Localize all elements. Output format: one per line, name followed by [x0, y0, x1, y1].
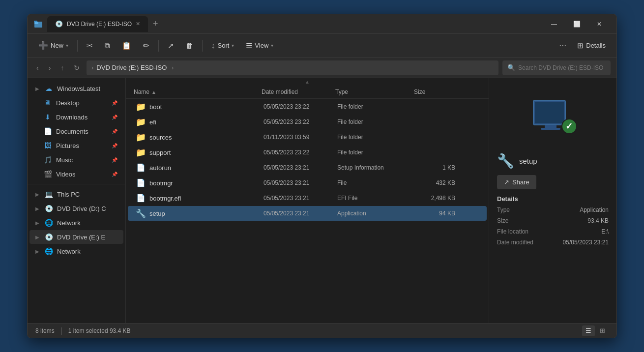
share-icon: ↗	[168, 41, 174, 50]
sidebar-item-network-1[interactable]: ▶ 🌐 Network	[29, 216, 123, 230]
details-toggle-button[interactable]: ⊞ Details	[572, 39, 611, 53]
forward-button[interactable]: ›	[46, 62, 54, 74]
file-title-text: setup	[519, 157, 537, 165]
maximize-button[interactable]: ⬜	[565, 14, 588, 34]
view-button[interactable]: ☰ View ▾	[241, 37, 278, 54]
file-type: File folder	[337, 103, 416, 110]
dvd-e-icon: 💿	[44, 233, 53, 241]
active-tab[interactable]: 💿 DVD Drive (E:) ESD-ISO ✕	[47, 16, 148, 32]
sort-button[interactable]: ↕ Sort ▾	[206, 37, 239, 54]
status-bar: 8 items | 1 item selected 93.4 KB ☰ ⊞	[28, 323, 616, 338]
title-bar: 💿 DVD Drive (E:) ESD-ISO ✕ + — ⬜ ✕	[28, 14, 616, 34]
tab-close-button[interactable]: ✕	[136, 21, 140, 27]
sidebar-item-music[interactable]: 🎵 Music 📌	[29, 153, 123, 167]
search-box[interactable]: 🔍	[502, 60, 611, 75]
table-row[interactable]: 📁 efi 05/05/2023 23:22 File folder	[128, 115, 487, 129]
breadcrumb-area[interactable]: › DVD Drive (E:) ESD-ISO ›	[87, 60, 498, 75]
back-button[interactable]: ‹	[33, 62, 42, 74]
share-button[interactable]: ↗ Share	[497, 175, 536, 189]
up-button[interactable]: ↑	[58, 62, 67, 74]
rename-button[interactable]: ✏	[138, 37, 154, 54]
sidebar-item-this-pc[interactable]: ▶ 💻 This PC	[29, 187, 123, 201]
column-date[interactable]: Date modified	[262, 88, 335, 95]
sidebar-item-desktop[interactable]: 🖥 Desktop 📌	[29, 96, 123, 110]
table-row[interactable]: 📁 sources 01/11/2023 03:59 File folder	[128, 130, 487, 145]
table-row[interactable]: 📄 bootmgr 05/05/2023 23:21 File 432 KB	[128, 176, 487, 190]
new-tab-button[interactable]: +	[150, 19, 161, 29]
search-input[interactable]	[518, 64, 606, 71]
file-title-icon: 🔧	[497, 153, 514, 169]
pin-icon: 📌	[112, 129, 117, 134]
sidebar-item-pictures[interactable]: 🖼 Pictures 📌	[29, 139, 123, 152]
file-icon: 📁	[136, 132, 146, 142]
copy-button[interactable]: ⧉	[100, 37, 115, 54]
pin-icon: 📌	[112, 100, 117, 106]
view-dropdown-icon: ▾	[271, 43, 273, 48]
search-icon: 🔍	[507, 64, 515, 71]
table-row[interactable]: 📁 boot 05/05/2023 23:22 File folder	[128, 99, 487, 114]
file-icon: 📄	[136, 178, 146, 188]
file-explorer-window: 💿 DVD Drive (E:) ESD-ISO ✕ + — ⬜ ✕ ➕ New…	[27, 14, 617, 338]
sidebar-label: DVD Drive (D:) C	[57, 205, 106, 212]
file-date: 05/05/2023 23:21	[263, 164, 337, 171]
column-size[interactable]: Size	[414, 88, 463, 95]
new-button[interactable]: ➕ New ▾	[33, 37, 73, 54]
file-name: support	[149, 149, 263, 156]
delete-button[interactable]: 🗑	[181, 37, 198, 54]
share-btn-label: Share	[512, 178, 529, 186]
tab-title: DVD Drive (E:) ESD-ISO	[67, 21, 132, 28]
sidebar-label: WindowsLatest	[57, 85, 100, 92]
breadcrumb-separator: ›	[91, 64, 93, 71]
file-name: bootmgr	[149, 179, 263, 187]
detail-location-row: File location E:\	[497, 228, 609, 235]
pin-icon: 📌	[112, 172, 117, 177]
expand-icon: ▶	[35, 220, 39, 226]
cut-button[interactable]: ✂	[82, 37, 98, 54]
more-options-button[interactable]: ···	[555, 38, 570, 53]
paste-button[interactable]: 📋	[117, 37, 136, 54]
minimize-button[interactable]: —	[543, 14, 565, 34]
sidebar-item-windowslatest[interactable]: ▶ ☁ WindowsLatest	[29, 82, 123, 95]
sidebar-item-dvd-e[interactable]: ▶ 💿 DVD Drive (E:) E	[29, 230, 123, 244]
file-icon: 📄	[136, 163, 146, 173]
sidebar-item-dvd-d[interactable]: ▶ 💿 DVD Drive (D:) C	[29, 202, 123, 215]
svg-rect-6	[541, 128, 560, 130]
title-icon	[33, 19, 43, 29]
close-button[interactable]: ✕	[588, 14, 611, 34]
expand-icon: ▶	[35, 235, 39, 240]
sidebar-item-downloads[interactable]: ⬇ Downloads 📌	[29, 110, 123, 124]
grid-view-button[interactable]: ⊞	[596, 325, 609, 336]
list-view-button[interactable]: ☰	[582, 325, 595, 336]
share-toolbar-button[interactable]: ↗	[163, 37, 179, 54]
file-icon: 🔧	[136, 208, 146, 218]
copy-icon: ⧉	[105, 41, 110, 50]
table-row[interactable]: 📄 bootmgr.efi 05/05/2023 23:21 EFI File …	[128, 191, 487, 205]
column-name-label: Name	[134, 88, 149, 95]
new-label: New	[51, 42, 63, 49]
details-section: Details Type Application Size 93.4 KB Fi…	[497, 195, 609, 246]
type-label: Type	[497, 206, 510, 213]
this-pc-icon: 💻	[44, 190, 53, 199]
table-row[interactable]: 📄 autorun 05/05/2023 23:21 Setup Informa…	[128, 160, 487, 175]
details-label: Details	[586, 42, 606, 49]
details-section-title: Details	[497, 195, 609, 203]
sidebar-item-documents[interactable]: 📄 Documents 📌	[29, 124, 123, 138]
column-name[interactable]: Name ▲	[134, 88, 262, 95]
new-dropdown-icon: ▾	[66, 43, 68, 48]
column-type[interactable]: Type	[335, 88, 414, 95]
file-date: 05/05/2023 23:21	[263, 179, 337, 186]
sidebar-label: Documents	[56, 128, 88, 135]
file-icon: 📄	[136, 193, 146, 203]
sidebar-item-network-2[interactable]: ▶ 🌐 Network	[29, 244, 123, 258]
file-date: 05/05/2023 23:21	[263, 195, 337, 202]
network-1-icon: 🌐	[44, 218, 53, 227]
refresh-button[interactable]: ↻	[71, 62, 83, 74]
file-icon: 📁	[136, 102, 146, 112]
table-row[interactable]: 🔧 setup 05/05/2023 23:21 Application 94 …	[128, 206, 487, 221]
toolbar: ➕ New ▾ ✂ ⧉ 📋 ✏ ↗ 🗑 ↕ Sort ▾ ☰	[28, 34, 616, 58]
sidebar-label: This PC	[57, 191, 80, 198]
sidebar-item-videos[interactable]: 🎬 Videos 📌	[29, 167, 123, 181]
address-bar: ‹ › ↑ ↻ › DVD Drive (E:) ESD-ISO › 🔍	[28, 58, 616, 78]
table-row[interactable]: 📁 support 05/05/2023 23:22 File folder	[128, 145, 487, 160]
file-date: 01/11/2023 03:59	[263, 134, 337, 141]
